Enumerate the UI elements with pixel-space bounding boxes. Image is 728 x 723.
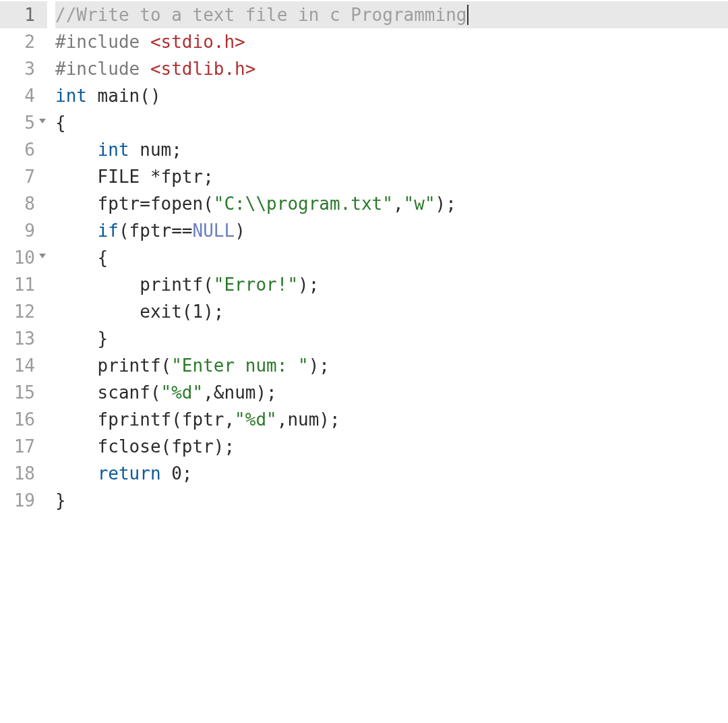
text-cursor (467, 5, 468, 25)
line-number-text: 3 (24, 59, 35, 79)
line-number: 5 (0, 109, 47, 136)
line-number-text: 19 (14, 490, 35, 511)
fold-toggle-icon[interactable] (39, 119, 46, 123)
code-token (55, 463, 98, 484)
code-line[interactable]: } (55, 487, 728, 514)
code-token: "Enter num: " (171, 355, 309, 376)
code-token: ); (203, 301, 224, 322)
code-token: return (98, 463, 161, 484)
line-number: 4 (0, 82, 47, 109)
code-line[interactable]: } (55, 325, 728, 352)
code-token: { (55, 113, 66, 133)
code-line[interactable]: fprintf(fptr,"%d",num); (55, 406, 728, 433)
line-number: 13 (0, 325, 47, 352)
line-number-text: 16 (14, 409, 35, 430)
code-token: FILE *fptr; (55, 167, 214, 187)
code-token: fptr=fopen( (55, 194, 214, 214)
code-token: ) (235, 221, 245, 241)
line-number-text: 7 (24, 167, 35, 187)
line-number: 12 (0, 298, 47, 325)
code-line[interactable]: { (55, 109, 728, 136)
code-token: #include (55, 59, 140, 79)
line-number-text: 18 (14, 463, 35, 484)
line-number-text: 13 (14, 328, 35, 349)
line-number-text: 4 (24, 86, 35, 106)
line-number: 16 (0, 406, 47, 433)
code-token: if (98, 221, 119, 241)
code-line[interactable]: printf("Enter num: "); (55, 352, 728, 379)
code-token (140, 59, 150, 79)
code-line[interactable]: #include <stdlib.h> (55, 55, 728, 82)
line-number-text: 8 (24, 194, 35, 214)
code-editor[interactable]: 12345678910111213141516171819 //Write to… (0, 0, 728, 723)
code-token: ,&num); (203, 382, 277, 403)
fold-toggle-icon[interactable] (39, 254, 46, 258)
code-token: int (55, 86, 87, 106)
code-token: fprintf(fptr, (55, 409, 235, 430)
line-number-text: 6 (24, 140, 35, 160)
code-line[interactable]: scanf("%d",&num); (55, 379, 728, 406)
line-number: 17 (0, 433, 47, 460)
line-number-text: 5 (24, 113, 35, 133)
code-token: "C:\\program.txt" (214, 194, 393, 214)
code-token (55, 140, 98, 160)
code-token: <stdlib.h> (150, 59, 256, 79)
code-token: int (98, 140, 129, 160)
line-number: 6 (0, 136, 47, 163)
code-line[interactable]: exit(1); (55, 298, 728, 325)
code-token: 0 (171, 463, 182, 484)
code-token: ); (435, 194, 456, 214)
code-token: scanf( (55, 382, 161, 403)
code-area[interactable]: //Write to a text file in c Programming#… (47, 0, 728, 723)
code-token: "%d" (161, 382, 204, 403)
code-line[interactable]: fptr=fopen("C:\\program.txt","w"); (55, 190, 728, 217)
code-token: "%d" (235, 409, 277, 430)
code-token (161, 463, 172, 484)
code-token: printf( (55, 355, 171, 376)
code-token: } (55, 490, 66, 511)
line-number-text: 12 (14, 301, 35, 322)
code-token: printf( (55, 274, 214, 295)
line-number: 14 (0, 352, 47, 379)
code-token: fclose(fptr); (55, 436, 235, 457)
code-token: (fptr== (119, 221, 193, 241)
line-number: 10 (0, 244, 47, 271)
line-number-text: 11 (14, 274, 35, 295)
line-number: 3 (0, 55, 47, 82)
line-number: 9 (0, 217, 47, 244)
code-token: "w" (404, 194, 435, 214)
code-token (140, 32, 150, 52)
code-line[interactable]: return 0; (55, 460, 728, 487)
line-number: 15 (0, 379, 47, 406)
line-number-gutter: 12345678910111213141516171819 (0, 0, 47, 723)
line-number-text: 1 (24, 5, 35, 25)
code-token: { (55, 248, 108, 268)
line-number-text: 17 (14, 436, 35, 457)
code-line[interactable]: FILE *fptr; (55, 163, 728, 190)
line-number: 11 (0, 271, 47, 298)
line-number-text: 2 (24, 32, 35, 52)
code-token: ; (182, 463, 193, 484)
code-token: #include (55, 32, 140, 52)
code-token: //Write to a text file in c Programming (55, 5, 466, 25)
code-token: ); (309, 355, 330, 376)
code-token (55, 221, 98, 241)
code-line[interactable]: #include <stdio.h> (55, 28, 728, 55)
code-line[interactable]: int num; (55, 136, 728, 163)
code-token: , (393, 194, 404, 214)
code-token: ); (298, 274, 319, 295)
code-line[interactable]: { (55, 244, 728, 271)
line-number: 8 (0, 190, 47, 217)
line-number-text: 15 (14, 382, 35, 403)
line-number: 1 (0, 1, 47, 28)
line-number: 7 (0, 163, 47, 190)
code-line[interactable]: int main() (55, 82, 728, 109)
line-number-text: 10 (14, 248, 35, 268)
code-token: <stdio.h> (150, 32, 245, 52)
code-line[interactable]: fclose(fptr); (55, 433, 728, 460)
code-line[interactable]: printf("Error!"); (55, 271, 728, 298)
code-line[interactable]: //Write to a text file in c Programming (55, 1, 728, 28)
code-token: NULL (193, 221, 235, 241)
code-token: ,num); (277, 409, 340, 430)
code-line[interactable]: if(fptr==NULL) (55, 217, 728, 244)
